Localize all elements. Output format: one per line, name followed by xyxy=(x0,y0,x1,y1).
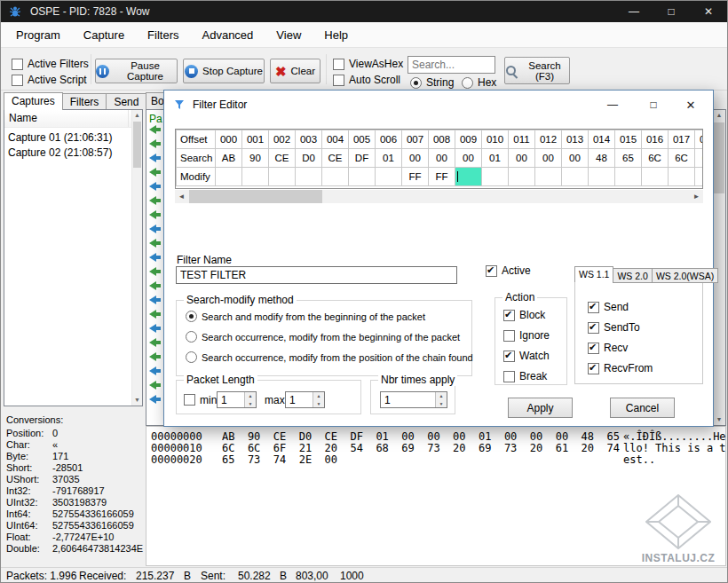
grid-cell-search-8[interactable]: 00 xyxy=(429,149,455,168)
grid-cell-search-7[interactable]: 00 xyxy=(402,149,429,168)
grid-cell-offset-18[interactable]: 018 xyxy=(695,130,704,149)
grid-cell-search-0[interactable]: AB xyxy=(216,149,242,168)
spinner-up-icon[interactable]: ▲ xyxy=(313,392,324,400)
action-break[interactable]: Break xyxy=(503,370,547,382)
action-watch[interactable]: Watch xyxy=(503,350,550,362)
min-spinner[interactable]: 1 ▲▼ xyxy=(217,391,257,408)
clear-button[interactable]: ✖ Clear xyxy=(270,59,320,83)
scroll-up-icon[interactable]: ▲ xyxy=(713,110,725,121)
grid-cell-modify-14[interactable] xyxy=(589,168,615,186)
packet-arrow-icon[interactable] xyxy=(149,182,162,191)
ws-tab-ws20[interactable]: WS 2.0 xyxy=(613,268,652,283)
grid-cell-offset-11[interactable]: 011 xyxy=(509,130,535,149)
action-block[interactable]: Block xyxy=(503,309,545,321)
grid-cell-modify-3[interactable] xyxy=(296,168,322,186)
scroll-right-icon[interactable]: ► xyxy=(690,190,703,203)
scroll-down-icon[interactable]: ▼ xyxy=(713,414,725,425)
grid-cell-modify-17[interactable] xyxy=(669,168,695,186)
hex-radio-circle[interactable] xyxy=(462,77,473,89)
grid-cell-modify-6[interactable] xyxy=(376,168,402,186)
grid-cell-search-2[interactable]: CE xyxy=(269,149,296,168)
ws-recvfrom[interactable]: RecvFrom xyxy=(588,362,653,374)
packet-arrow-icon[interactable] xyxy=(149,310,162,319)
grid-cell-search-6[interactable]: 01 xyxy=(376,149,402,168)
list-scrollbar[interactable]: ▲ ▼ xyxy=(131,110,142,406)
grid-cell-offset-13[interactable]: 013 xyxy=(562,130,589,149)
scroll-thumb[interactable] xyxy=(714,122,724,193)
menu-item-help[interactable]: Help xyxy=(313,23,360,47)
action-break-box[interactable] xyxy=(503,371,515,382)
method-option-3[interactable]: Search occurrence, modify from the posit… xyxy=(186,351,473,363)
ws-sendto[interactable]: SendTo xyxy=(588,321,640,334)
scroll-thumb[interactable] xyxy=(189,190,322,203)
menu-item-advanced[interactable]: Advanced xyxy=(191,23,265,47)
grid-cell-search-9[interactable]: 00 xyxy=(455,149,482,168)
nbr-times-spinner[interactable]: 1 ▲▼ xyxy=(380,391,447,408)
spinner-down-icon[interactable]: ▼ xyxy=(313,400,324,408)
grid-cell-search-14[interactable]: 48 xyxy=(589,149,615,168)
grid-cell-offset-5[interactable]: 005 xyxy=(349,130,376,149)
menu-item-program[interactable]: Program xyxy=(4,23,72,47)
grid-cell-offset-15[interactable]: 015 xyxy=(615,130,642,149)
max-spinner[interactable]: 1 ▲▼ xyxy=(285,391,325,408)
stop-capture-button[interactable]: Stop Capture xyxy=(183,59,265,83)
packet-arrow-icon[interactable] xyxy=(149,324,162,333)
scroll-up-icon[interactable]: ▲ xyxy=(132,110,142,121)
grid-cell-search-13[interactable]: 00 xyxy=(562,149,589,168)
packet-arrow-icon[interactable] xyxy=(149,381,162,390)
active-checkbox[interactable]: Active xyxy=(486,264,531,277)
ws-send-box[interactable] xyxy=(588,302,599,313)
grid-cell-modify-8[interactable]: FF xyxy=(429,168,455,186)
view-as-hex-box[interactable] xyxy=(333,59,344,70)
grid-cell-offset-2[interactable]: 002 xyxy=(269,130,296,149)
dialog-close-icon[interactable]: ✕ xyxy=(676,93,706,116)
grid-cell-offset-4[interactable]: 004 xyxy=(322,130,349,149)
cancel-button[interactable]: Cancel xyxy=(610,398,675,418)
grid-horizontal-scrollbar[interactable]: ◄ ► xyxy=(175,190,703,203)
grid-cell-modify-18[interactable] xyxy=(695,168,704,186)
minimize-icon[interactable]: — xyxy=(615,1,653,22)
grid-cell-modify-9[interactable] xyxy=(455,168,482,186)
grid-cell-modify-16[interactable] xyxy=(642,168,669,186)
maximize-icon[interactable]: □ xyxy=(653,1,690,22)
hex-radio[interactable]: Hex xyxy=(462,76,496,89)
method-option-1-circle[interactable] xyxy=(186,311,197,322)
list-header[interactable]: Name xyxy=(4,110,142,128)
search-input[interactable] xyxy=(408,56,495,74)
scroll-thumb[interactable] xyxy=(133,122,141,168)
grid-cell-offset-0[interactable]: 000 xyxy=(216,130,242,149)
packet-arrow-icon[interactable] xyxy=(149,168,162,177)
grid-cell-search-3[interactable]: D0 xyxy=(296,149,322,168)
dialog-minimize-icon[interactable]: — xyxy=(597,93,628,116)
packet-arrow-icon[interactable] xyxy=(149,281,162,290)
grid-cell-modify-5[interactable] xyxy=(349,168,376,186)
grid-cell-offset-17[interactable]: 017 xyxy=(669,130,695,149)
grid-cell-offset-16[interactable]: 016 xyxy=(642,130,669,149)
action-watch-box[interactable] xyxy=(503,351,515,362)
grid-cell-search-17[interactable]: 6C xyxy=(669,149,695,168)
view-as-hex-checkbox[interactable]: ViewAsHex xyxy=(333,58,403,70)
grid-cell-modify-10[interactable] xyxy=(482,168,509,186)
method-option-2[interactable]: Search occurrence, modify from the begin… xyxy=(186,331,460,343)
grid-cell-modify-13[interactable] xyxy=(562,168,589,186)
grid-cell-search-4[interactable]: CE xyxy=(322,149,349,168)
spinner-down-icon[interactable]: ▼ xyxy=(436,400,447,408)
spinner-down-icon[interactable]: ▼ xyxy=(245,400,256,408)
string-radio-circle[interactable] xyxy=(410,77,422,89)
grid-cell-modify-15[interactable] xyxy=(615,168,642,186)
search-f3-button[interactable]: Search (F3) xyxy=(504,57,570,84)
tab-captures[interactable]: Captures xyxy=(4,92,63,110)
grid-cell-modify-4[interactable] xyxy=(322,168,349,186)
name-column-header[interactable]: Name xyxy=(4,110,129,127)
close-icon[interactable]: ✕ xyxy=(690,1,727,22)
grid-cell-offset-9[interactable]: 009 xyxy=(455,130,482,149)
tab-filters[interactable]: Filters xyxy=(62,93,107,110)
scroll-down-icon[interactable]: ▼ xyxy=(132,395,142,406)
tab-send[interactable]: Send xyxy=(106,93,146,110)
action-ignore-box[interactable] xyxy=(503,330,515,342)
packet-arrow-icon[interactable] xyxy=(149,253,162,262)
apply-button[interactable]: Apply xyxy=(508,398,573,418)
ws-send[interactable]: Send xyxy=(588,301,629,313)
grid-cell-modify-1[interactable] xyxy=(242,168,269,186)
grid-cell-modify-7[interactable]: FF xyxy=(402,168,429,186)
